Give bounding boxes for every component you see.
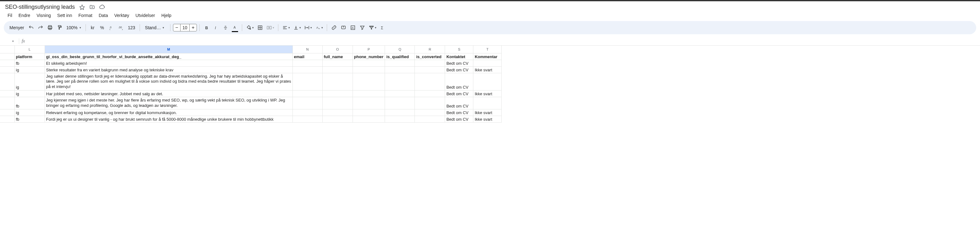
cell[interactable] (473, 97, 502, 109)
cell[interactable]: Sterke resultater fra en variert bakgrun… (45, 66, 293, 73)
currency-button[interactable]: kr (88, 23, 97, 32)
cell[interactable] (293, 66, 322, 73)
cell[interactable] (322, 109, 353, 116)
cell[interactable] (293, 73, 322, 91)
row-header[interactable] (0, 116, 14, 122)
font-size-input[interactable]: 10 (180, 24, 190, 31)
wrap-button[interactable] (303, 23, 313, 32)
cell[interactable] (473, 60, 502, 66)
move-folder-icon[interactable] (89, 5, 95, 10)
column-header-L[interactable]: L (14, 46, 45, 53)
cell[interactable]: Ikke svart (473, 91, 502, 97)
menu-settinn[interactable]: Sett inn (55, 12, 75, 19)
row-header[interactable] (0, 91, 14, 97)
italic-button[interactable]: I (212, 23, 221, 32)
cell-header-O[interactable]: full_name (322, 53, 353, 60)
formula-input[interactable] (25, 39, 977, 43)
row-header[interactable] (0, 53, 14, 60)
cell[interactable]: Jeg kjenner meg igjen i det meste her. J… (45, 97, 293, 109)
cell-header-R[interactable]: is_converted (415, 53, 445, 60)
cell[interactable] (353, 91, 385, 97)
cell-header-L[interactable]: platform (14, 53, 45, 60)
cell[interactable] (353, 116, 385, 122)
cell[interactable] (322, 60, 353, 66)
percent-button[interactable]: % (98, 23, 107, 32)
cloud-status-icon[interactable] (99, 5, 105, 10)
cell-header-P[interactable]: phone_number (353, 53, 385, 60)
increase-font-button[interactable]: + (190, 24, 197, 31)
strikethrough-button[interactable] (221, 23, 230, 32)
cell[interactable]: Fordi jeg er ux ui designer til vanlig -… (45, 116, 293, 122)
cell[interactable] (415, 116, 445, 122)
filter-button[interactable] (358, 23, 367, 32)
cell[interactable]: Bedt om CV (445, 116, 473, 122)
cell[interactable]: ig (14, 91, 45, 97)
cell[interactable] (353, 66, 385, 73)
cell[interactable] (415, 60, 445, 66)
cell[interactable]: Bedt om CV (445, 60, 473, 66)
column-header-P[interactable]: P (353, 46, 385, 53)
cell[interactable] (293, 97, 322, 109)
functions-button[interactable]: Σ (379, 23, 387, 32)
cell[interactable]: Bedt om CV (445, 109, 473, 116)
cell[interactable] (293, 116, 322, 122)
menu-utvidelser[interactable]: Utvidelser (133, 12, 158, 19)
bold-button[interactable]: B (202, 23, 211, 32)
cell[interactable] (353, 73, 385, 91)
number-format-button[interactable]: 123 (126, 23, 137, 32)
cell[interactable]: Relevant erfaring og kompetanse, og bren… (45, 109, 293, 116)
cell[interactable] (415, 97, 445, 109)
cell[interactable] (353, 60, 385, 66)
cell[interactable]: Bedt om CV (445, 73, 473, 91)
chart-button[interactable] (348, 23, 357, 32)
name-box[interactable] (3, 40, 16, 43)
select-all-corner[interactable] (0, 46, 14, 53)
cell[interactable]: fb (14, 116, 45, 122)
cell[interactable] (385, 66, 415, 73)
cell[interactable] (322, 66, 353, 73)
column-header-T[interactable]: T (473, 46, 502, 53)
row-header[interactable] (0, 73, 14, 91)
print-button[interactable] (46, 23, 54, 32)
decrease-font-button[interactable]: − (173, 24, 180, 31)
cell-header-M[interactable]: gi_oss_din_beste_grunn_til_hvorfor_vi_bu… (45, 53, 293, 60)
link-button[interactable] (329, 23, 339, 32)
star-icon[interactable] (79, 5, 85, 10)
cell[interactable]: Bedt om CV (445, 91, 473, 97)
menu-fil[interactable]: Fil (5, 12, 15, 19)
cell[interactable]: Jeg søker denne stillingen fordi jeg er … (45, 73, 293, 91)
cell[interactable]: Har jobbet med seo, nettsider løsninger.… (45, 91, 293, 97)
cell[interactable] (353, 109, 385, 116)
cell[interactable] (322, 73, 353, 91)
rotate-text-button[interactable]: A (314, 23, 324, 32)
row-header[interactable] (0, 109, 14, 116)
menu-data[interactable]: Data (96, 12, 111, 19)
cell[interactable] (385, 109, 415, 116)
cell[interactable]: ig (14, 109, 45, 116)
cell[interactable] (322, 91, 353, 97)
column-header-N[interactable]: N (293, 46, 322, 53)
cell[interactable]: ig (14, 66, 45, 73)
cell[interactable]: Bedt om CV (445, 66, 473, 73)
decrease-decimal-button[interactable]: .0 (107, 23, 116, 32)
paint-format-button[interactable] (55, 23, 64, 32)
cell[interactable] (353, 97, 385, 109)
cell[interactable]: Et sikkelig arbeidsjern! (45, 60, 293, 66)
spreadsheet-grid[interactable]: LMNOPQRSTplatformgi_oss_din_beste_grunn_… (0, 46, 980, 123)
cell[interactable]: fb (14, 60, 45, 66)
merge-button[interactable] (265, 23, 275, 32)
cell[interactable] (385, 116, 415, 122)
h-align-button[interactable] (281, 23, 291, 32)
column-header-O[interactable]: O (322, 46, 353, 53)
cell[interactable] (385, 60, 415, 66)
cell-header-N[interactable]: email (293, 53, 322, 60)
cell[interactable] (293, 91, 322, 97)
zoom-select[interactable]: 100% (64, 25, 83, 30)
cell[interactable]: Bedt om CV (445, 97, 473, 109)
column-header-S[interactable]: S (445, 46, 473, 53)
filter-views-button[interactable] (368, 23, 378, 32)
cell[interactable] (385, 73, 415, 91)
row-header[interactable] (0, 66, 14, 73)
borders-button[interactable] (256, 23, 264, 32)
fill-color-button[interactable] (245, 23, 255, 32)
